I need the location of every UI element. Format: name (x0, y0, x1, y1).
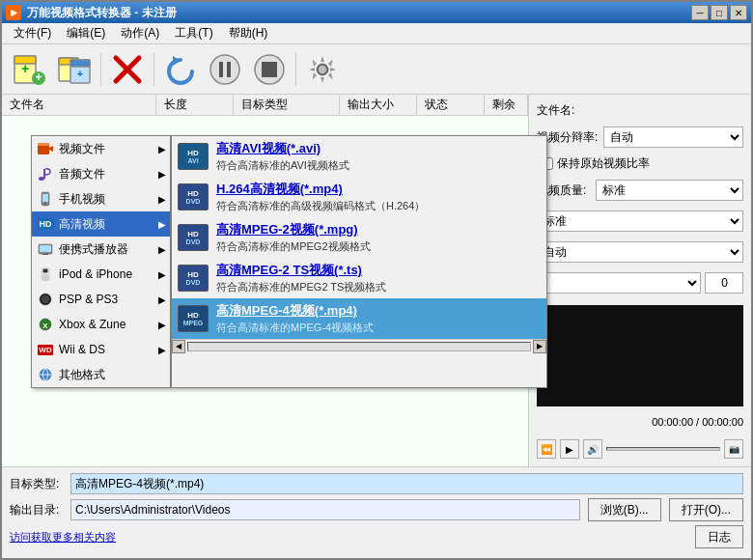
keep-ratio-label: 保持原始视频比率 (557, 155, 650, 172)
app-icon: ▶ (6, 5, 21, 20)
menu-item-portable[interactable]: 便携式播放器 ▶ (32, 237, 170, 262)
separator1 (100, 53, 101, 86)
mpeg2ts-title: 高清MPEG-2 TS视频(*.ts) (216, 262, 541, 279)
svg-rect-15 (227, 62, 231, 77)
mpeg4-item[interactable]: HD MPEG 高清MPEG-4视频(*.mp4) 符合高清标准的MPEG-4视… (172, 298, 546, 339)
col-output-size: 输出大小 (340, 95, 417, 115)
menu-item-psp[interactable]: PSP & PS3 ▶ (32, 287, 170, 312)
undo-button[interactable] (160, 49, 201, 90)
target-type-label: 目标类型: (10, 476, 63, 492)
rewind-button[interactable]: ⏪ (537, 439, 556, 459)
col-remaining: 剩余 (485, 95, 528, 115)
mpeg2-title: 高清MPEG-2视频(*.mpg) (216, 221, 541, 238)
add-more-button[interactable]: + (54, 49, 95, 90)
settings-button[interactable] (302, 49, 343, 90)
h264-desc: 符合高清标准的高级视频编码格式（H.264） (216, 199, 541, 213)
hd-icon: HD (36, 214, 55, 234)
log-button[interactable]: 日志 (695, 525, 743, 548)
bitrate-input[interactable] (705, 272, 743, 294)
menu-item-mobile[interactable]: 手机视频 ▶ (32, 186, 170, 211)
xbox-icon: X (36, 315, 55, 334)
close-button[interactable]: ✕ (730, 5, 747, 20)
col-target-type: 目标类型 (234, 95, 340, 115)
svg-rect-24 (43, 169, 45, 179)
ipod-icon (36, 265, 55, 284)
menu-item-hd[interactable]: HD 高清视频 ▶ (32, 211, 170, 237)
more-content-link[interactable]: 访问获取更多相关内容 (10, 530, 116, 545)
menu-item-xbox[interactable]: X Xbox & Zune ▶ (32, 312, 170, 337)
mpeg4-title: 高清MPEG-4视频(*.mp4) (216, 302, 541, 320)
svg-text:+: + (21, 61, 29, 76)
output-dir-input[interactable] (70, 499, 580, 520)
wii-icon: WD (36, 340, 55, 359)
snapshot-button[interactable]: 📷 (724, 439, 743, 459)
col-status: 状态 (417, 95, 485, 115)
portable-label: 便携式播放器 (59, 241, 154, 258)
browse-button[interactable]: 浏览(B)... (588, 498, 661, 521)
col-filename: 文件名 (2, 95, 156, 115)
volume-slider[interactable] (606, 447, 720, 451)
scroll-left-btn[interactable]: ◀ (172, 340, 185, 353)
pause-button[interactable] (205, 49, 245, 90)
mobile-icon (36, 189, 55, 209)
menu-item-video[interactable]: 视频文件 ▶ (32, 136, 170, 161)
hd-avi-icon: HD AVI (178, 143, 209, 170)
maximize-button[interactable]: □ (711, 5, 728, 20)
minimize-button[interactable]: ─ (691, 5, 709, 20)
volume-button[interactable]: 🔊 (583, 439, 602, 459)
svg-rect-8 (70, 60, 90, 67)
playback-controls: ⏪ ▶ 🔊 📷 (537, 439, 743, 459)
video-quality-row: 视频质量: 标准 (537, 180, 743, 201)
audio-quality-select[interactable]: 标准 (537, 210, 743, 232)
play-button[interactable]: ▶ (560, 439, 579, 459)
xbox-label: Xbox & Zune (59, 318, 154, 331)
mpeg2ts-icon: HD DVD (178, 265, 209, 292)
scroll-track[interactable] (187, 342, 531, 351)
video-label: 视频文件 (59, 141, 154, 157)
hd-label: 高清视频 (59, 216, 154, 233)
h264-item[interactable]: HD DVD H.264高清视频(*.mp4) 符合高清标准的高级视频编码格式（… (172, 177, 546, 217)
menu-bar: 文件(F) 编辑(E) 动作(A) 工具(T) 帮助(H) (2, 23, 751, 44)
menu-tools[interactable]: 工具(T) (167, 23, 220, 43)
video-quality-select[interactable]: 标准 (596, 180, 743, 201)
bottom-area: 目标类型: 输出目录: 浏览(B)... 打开(O)... 访问获取更多相关内容… (2, 466, 751, 558)
menu-item-wii[interactable]: WD Wii & DS ▶ (32, 337, 170, 362)
ipod-label: iPod & iPhone (59, 267, 154, 281)
extra-select[interactable] (537, 272, 701, 294)
svg-rect-14 (219, 62, 223, 77)
svg-text:+: + (77, 68, 83, 79)
svg-text:X: X (42, 322, 48, 330)
menu-item-audio[interactable]: 音频文件 ▶ (32, 161, 170, 186)
svg-rect-17 (262, 62, 277, 77)
bitrate-select[interactable]: 自动 (537, 241, 743, 263)
menu-action[interactable]: 动作(A) (113, 23, 167, 43)
time-display: 00:00:00 / 00:00:00 (652, 416, 743, 428)
add-file-button[interactable]: + + (10, 49, 50, 90)
menu-level2: HD AVI 高清AVI视频(*.avi) 符合高清标准的AVI视频格式 (171, 135, 547, 388)
svg-rect-29 (40, 245, 51, 252)
output-dir-row: 输出目录: 浏览(B)... 打开(O)... (10, 498, 743, 521)
mpeg2-icon: HD DVD (178, 224, 209, 251)
menu-item-ipod[interactable]: iPod & iPhone ▶ (32, 262, 170, 287)
hd-avi-item[interactable]: HD AVI 高清AVI视频(*.avi) 符合高清标准的AVI视频格式 (172, 136, 546, 177)
mpeg2ts-item[interactable]: HD DVD 高清MPEG-2 TS视频(*.ts) 符合高清标准的MPEG2 … (172, 258, 546, 298)
portable-icon (36, 239, 55, 259)
hd-avi-desc: 符合高清标准的AVI视频格式 (216, 158, 541, 173)
video-icon (36, 139, 55, 158)
output-dir-label: 输出目录: (10, 502, 63, 518)
menu-help[interactable]: 帮助(H) (221, 23, 276, 43)
svg-marker-22 (49, 146, 53, 152)
stop-button[interactable] (249, 49, 290, 90)
open-button[interactable]: 打开(O)... (669, 498, 743, 521)
menu-edit[interactable]: 编辑(E) (59, 23, 113, 43)
menu-item-other[interactable]: 其他格式 (32, 362, 170, 387)
menu-file[interactable]: 文件(F) (6, 23, 59, 43)
target-type-input[interactable] (70, 473, 743, 494)
delete-button[interactable] (107, 49, 148, 90)
scroll-right-btn[interactable]: ▶ (533, 340, 546, 353)
preview-area (537, 305, 743, 406)
svg-rect-30 (42, 254, 48, 255)
video-res-select[interactable]: 自动 (603, 126, 743, 148)
svg-point-19 (318, 65, 327, 74)
mpeg2-item[interactable]: HD DVD 高清MPEG-2视频(*.mpg) 符合高清标准的MPEG2视频格… (172, 217, 546, 258)
